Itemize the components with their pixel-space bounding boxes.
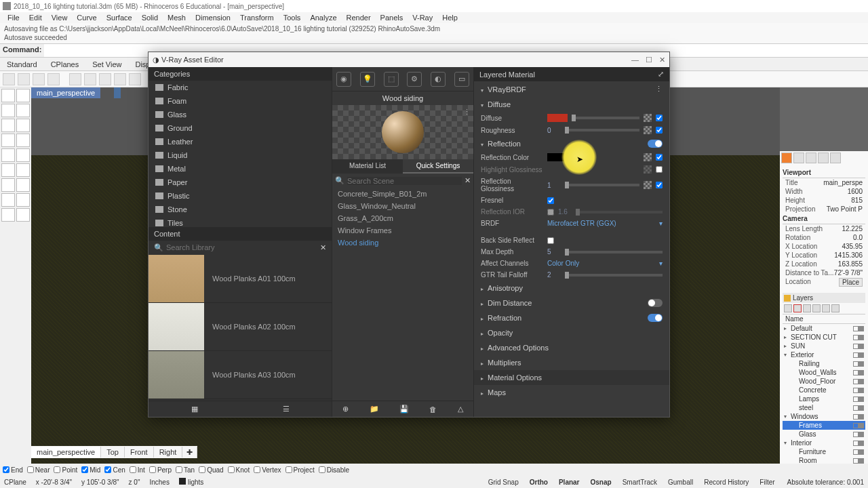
toolbar-save-icon[interactable] <box>33 73 45 85</box>
layer-visible-icon[interactable] <box>853 405 859 411</box>
layer-row[interactable]: Frames <box>783 421 865 430</box>
frame-buffer-icon[interactable]: ▭ <box>454 72 469 87</box>
clear-icon[interactable]: ✕ <box>465 176 471 185</box>
status-toggle-gumball[interactable]: Gumball <box>665 478 696 487</box>
tab-standard[interactable]: Standard <box>0 59 44 70</box>
vray-asset-editor[interactable]: ◑ V-Ray Asset Editor — ☐ ✕ Categories Fa… <box>148 52 670 418</box>
tool-boolean-icon[interactable] <box>1 193 15 207</box>
tool-sweep-icon[interactable] <box>16 178 30 192</box>
layer-row[interactable]: ▾Exterior <box>783 350 865 359</box>
osnap-quad[interactable]: Quad <box>199 466 223 474</box>
layer-color-icon[interactable] <box>859 379 864 384</box>
section-anisotropy[interactable]: Anisotropy <box>474 281 669 296</box>
menu-view[interactable]: View <box>47 14 73 22</box>
category-item[interactable]: Stone <box>149 203 332 216</box>
category-item[interactable]: Fabric <box>149 81 332 94</box>
scene-material-item[interactable]: Window Frames <box>332 224 473 237</box>
layer-visible-icon[interactable] <box>853 379 859 384</box>
layer-visible-icon[interactable] <box>853 449 859 455</box>
vtab-add-icon[interactable]: ✚ <box>182 447 197 458</box>
tab-material-list[interactable]: Material List <box>332 159 403 174</box>
dim-toggle[interactable] <box>648 299 663 307</box>
toolbar-print-icon[interactable] <box>47 73 60 85</box>
vray-titlebar[interactable]: ◑ V-Ray Asset Editor — ☐ ✕ <box>149 52 669 67</box>
vtab-right[interactable]: Right <box>154 447 183 458</box>
viewport-tab[interactable]: main_perspective <box>31 87 100 98</box>
menu-mesh[interactable]: Mesh <box>163 14 191 22</box>
menu-vray[interactable]: V-Ray <box>408 14 437 22</box>
maxdepth-slider[interactable] <box>565 251 663 253</box>
tool-lasso-icon[interactable] <box>16 89 30 102</box>
library-thumb[interactable]: Wood Planks A03 100cm <box>149 351 332 399</box>
layer-visible-icon[interactable] <box>853 388 859 393</box>
layer-tools-icon[interactable] <box>831 304 840 312</box>
toolbar-redo-icon[interactable] <box>129 73 141 85</box>
panel-tab-layers-icon[interactable] <box>793 152 804 163</box>
layer-delete-icon[interactable] <box>793 304 802 312</box>
tool-polygon-icon[interactable] <box>16 134 30 147</box>
section-opacity[interactable]: Opacity <box>474 325 669 340</box>
tool-text-icon[interactable] <box>16 208 30 222</box>
render-icon[interactable]: ◐ <box>431 72 446 87</box>
fresnel-checkbox[interactable] <box>547 197 554 204</box>
backside-checkbox[interactable] <box>547 237 554 244</box>
layer-color-icon[interactable] <box>859 449 864 455</box>
texture-icon[interactable] <box>644 126 652 134</box>
layer-new-icon[interactable] <box>784 304 792 312</box>
section-maps[interactable]: Maps <box>474 385 669 400</box>
clear-icon[interactable]: ✕ <box>320 243 326 252</box>
affect-dropdown[interactable]: Color Only <box>547 260 655 267</box>
layer-color-icon[interactable] <box>859 344 864 349</box>
osnap-near[interactable]: Near <box>27 466 50 474</box>
library-search-input[interactable] <box>166 243 317 251</box>
tool-arc-icon[interactable] <box>16 119 30 132</box>
scene-material-item[interactable]: Wood siding <box>332 237 473 249</box>
diffuse-color-swatch[interactable] <box>547 114 568 122</box>
layer-row[interactable]: Glass <box>783 430 865 439</box>
layer-row[interactable]: ▸SUN <box>783 342 865 350</box>
texture-icon[interactable] <box>644 181 652 189</box>
layer-row[interactable]: Lamps <box>783 394 865 403</box>
scene-search-input[interactable] <box>347 177 462 185</box>
layer-visible-icon[interactable] <box>853 414 859 420</box>
layer-row[interactable]: steel <box>783 403 865 412</box>
grid-view-icon[interactable]: ▦ <box>191 405 198 413</box>
diffuse-slider[interactable] <box>572 117 639 119</box>
osnap-tan[interactable]: Tan <box>176 466 195 474</box>
layer-color-icon[interactable] <box>859 423 864 428</box>
layer-color-icon[interactable] <box>859 326 864 331</box>
layer-color-icon[interactable] <box>859 352 864 358</box>
layer-color-icon[interactable] <box>859 361 864 367</box>
reflection-color-swatch[interactable] <box>547 153 568 161</box>
vtab-main[interactable]: main_perspective <box>31 447 101 458</box>
layer-visible-icon[interactable] <box>853 326 859 331</box>
layer-row[interactable]: Concrete <box>783 386 865 394</box>
tool-fillet-icon[interactable] <box>16 193 30 207</box>
category-item[interactable]: Liquid <box>149 148 332 162</box>
panel-tab-render-icon[interactable] <box>830 152 841 163</box>
menu-surface[interactable]: Surface <box>102 14 137 22</box>
menu-panels[interactable]: Panels <box>376 14 408 22</box>
layer-down-icon[interactable] <box>812 304 821 312</box>
layer-color-icon[interactable] <box>859 335 864 340</box>
tab-cplanes[interactable]: CPlanes <box>44 59 86 70</box>
tool-surface-icon[interactable] <box>1 163 15 177</box>
category-item[interactable]: Ground <box>149 121 332 135</box>
section-material-options[interactable]: Material Options <box>474 370 669 385</box>
minimize-icon[interactable]: — <box>631 56 639 64</box>
layer-visible-icon[interactable] <box>853 458 859 464</box>
layer-visible-icon[interactable] <box>853 361 859 367</box>
toolbar-copy-icon[interactable] <box>84 73 96 85</box>
layer-row[interactable]: Furniture <box>783 447 865 456</box>
maximize-icon[interactable]: ☐ <box>646 56 652 64</box>
materials-icon[interactable]: ◉ <box>336 72 351 87</box>
layer-visible-icon[interactable] <box>853 335 859 340</box>
save-icon[interactable]: 💾 <box>399 405 409 413</box>
lights-icon[interactable]: 💡 <box>360 72 375 87</box>
reflection-toggle[interactable] <box>648 140 663 148</box>
expand-icon[interactable]: ⤢ <box>658 70 664 79</box>
layer-row[interactable]: ▾Windows <box>783 412 865 421</box>
layer-color-icon[interactable] <box>859 396 864 402</box>
tool-ellipse-icon[interactable] <box>16 148 30 162</box>
layer-row[interactable]: Railing <box>783 359 865 368</box>
